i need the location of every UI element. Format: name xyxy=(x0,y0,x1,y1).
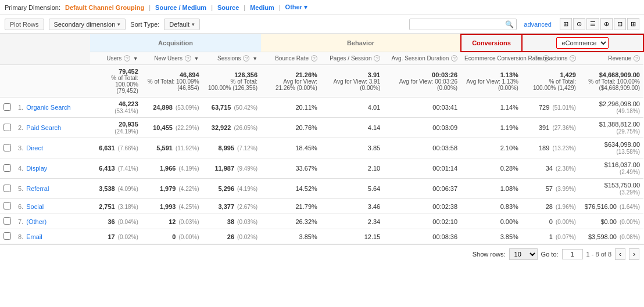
revenue-cell: $1,388,812.00 (29.75%) xyxy=(579,118,643,138)
totals-sessions: 126,356 % of Total: 100.00% (126,356) xyxy=(203,65,262,97)
multi-view-icon[interactable]: ⊞ xyxy=(627,18,639,30)
channel-link[interactable]: Direct xyxy=(26,145,43,151)
totals-label xyxy=(15,65,90,97)
row-checkbox-cell[interactable] xyxy=(0,97,15,118)
compare-view-icon[interactable]: ⊡ xyxy=(614,18,626,30)
ecommerce-rate-cell: 1.19% xyxy=(461,118,522,138)
row-checkbox-cell[interactable] xyxy=(0,158,15,179)
show-rows-select[interactable]: 102550100 xyxy=(509,248,538,260)
secondary-dimension-label: Secondary dimension xyxy=(54,21,116,28)
channel-link[interactable]: Display xyxy=(26,165,47,172)
sessions-cell: 5,296 (4.19%) xyxy=(203,179,262,199)
conversions-group-header[interactable]: Conversions xyxy=(461,34,522,52)
list-view-icon[interactable]: ☰ xyxy=(586,18,599,30)
channel-link[interactable]: Paid Search xyxy=(26,124,61,131)
row-checkbox[interactable] xyxy=(3,144,11,151)
row-checkbox[interactable] xyxy=(3,103,11,111)
totals-ecommerce-rate: 1.13% Avg for View: 1.13% (0.00%) xyxy=(461,65,522,97)
users-header: Users ? ▼ xyxy=(90,52,142,65)
bounce-rate-cell: 20.11% xyxy=(261,97,321,118)
channel-link[interactable]: Organic Search xyxy=(26,104,70,111)
channel-link[interactable]: Email xyxy=(26,233,42,240)
help-icon5: ? xyxy=(374,55,380,62)
sort-new-users-icon[interactable]: ▼ xyxy=(194,56,199,62)
sort-users-icon[interactable]: ▼ xyxy=(133,56,138,62)
help-icon9: ? xyxy=(634,55,640,62)
totals-checkbox-cell xyxy=(0,65,15,97)
pages-session-cell: 3.46 xyxy=(321,199,384,214)
new-users-cell: 12 (0.03%) xyxy=(142,214,203,229)
row-checkbox[interactable] xyxy=(3,217,11,225)
group-header-row: Acquisition Behavior Conversions eCommer… xyxy=(0,34,643,52)
advanced-link[interactable]: advanced xyxy=(524,21,552,28)
sort-default-dropdown[interactable]: Default ▾ xyxy=(164,19,200,30)
row-checkbox-cell[interactable] xyxy=(0,118,15,138)
chevron-down-icon: ▾ xyxy=(117,21,120,27)
bounce-rate-cell: 26.32% xyxy=(261,214,321,229)
bounce-rate-header: Bounce Rate ? xyxy=(261,52,321,65)
revenue-cell: $2,296,098.00 (49.18%) xyxy=(579,97,643,118)
row-number: 2. xyxy=(18,124,23,131)
new-users-cell: 1,966 (4.19%) xyxy=(142,158,203,179)
sessions-header: Sessions ? ▼ xyxy=(203,52,262,65)
row-checkbox[interactable] xyxy=(3,202,11,210)
help-icon8: ? xyxy=(570,55,576,62)
pages-session-cell: 4.01 xyxy=(321,97,384,118)
row-checkbox-cell[interactable] xyxy=(0,138,15,158)
source-medium-link[interactable]: Source / Medium xyxy=(155,4,206,11)
avg-session-header: Avg. Session Duration ? xyxy=(384,52,461,65)
search-icon[interactable]: 🔍 xyxy=(505,20,514,28)
goto-input[interactable] xyxy=(562,249,583,259)
users-cell: 6,413 (7.41%) xyxy=(90,158,142,179)
help-icon: ? xyxy=(124,55,130,62)
help-icon3: ? xyxy=(243,55,249,62)
transactions-cell: 391 (27.36%) xyxy=(522,118,579,138)
plus-view-icon[interactable]: ⊕ xyxy=(600,18,613,30)
channel-cell: 1. Organic Search xyxy=(15,97,90,118)
sort-sessions-icon[interactable]: ▼ xyxy=(252,56,257,62)
prev-page-button[interactable]: ‹ xyxy=(615,248,625,260)
bounce-rate-cell: 3.85% xyxy=(261,229,321,244)
avg-session-cell: 00:03:58 xyxy=(384,138,461,158)
row-number: 5. xyxy=(18,185,23,192)
row-checkbox[interactable] xyxy=(3,185,11,192)
row-checkbox[interactable] xyxy=(3,164,11,172)
grid-view-icon[interactable]: ⊞ xyxy=(560,18,572,30)
row-checkbox[interactable] xyxy=(3,124,11,131)
totals-avg-session: 00:03:26 Avg for View: 00:03:26 (0.00%) xyxy=(384,65,461,97)
acquisition-label: Acquisition xyxy=(158,39,193,46)
transactions-cell: 28 (1.96%) xyxy=(522,199,579,214)
medium-link[interactable]: Medium xyxy=(250,4,274,11)
row-checkbox[interactable] xyxy=(3,232,11,240)
sessions-cell: 38 (0.03%) xyxy=(203,214,262,229)
next-page-button[interactable]: › xyxy=(629,248,639,260)
row-checkbox-cell[interactable] xyxy=(0,199,15,214)
users-cell: 17 (0.02%) xyxy=(90,229,142,244)
table-row: 6. Social 2,751 (3.18%) 1,993 (4.25%) 3,… xyxy=(0,199,643,214)
totals-transactions: 1,429 % of Total: 100.00% (1,429) xyxy=(522,65,579,97)
plot-rows-button[interactable]: Plot Rows xyxy=(5,19,44,30)
other-link[interactable]: Other ▾ xyxy=(285,3,307,11)
row-checkbox-cell[interactable] xyxy=(0,214,15,229)
bounce-rate-cell: 20.76% xyxy=(261,118,321,138)
default-channel-link[interactable]: Default Channel Grouping xyxy=(65,4,144,11)
pie-view-icon[interactable]: ⊙ xyxy=(573,18,585,30)
channel-link[interactable]: Social xyxy=(26,203,44,210)
totals-users: 79,452 % of Total: 100.00% (79,452) xyxy=(90,65,142,97)
search-input[interactable] xyxy=(412,21,505,28)
row-checkbox-cell[interactable] xyxy=(0,229,15,244)
pages-session-cell: 5.64 xyxy=(321,179,384,199)
channel-link[interactable]: Referral xyxy=(26,185,49,192)
new-users-cell: 10,455 (22.29%) xyxy=(142,118,203,138)
row-checkbox-cell[interactable] xyxy=(0,179,15,199)
channel-cell: 8. Email xyxy=(15,229,90,244)
avg-session-cell: 00:02:10 xyxy=(384,214,461,229)
ecommerce-rate-cell: 0.28% xyxy=(461,158,522,179)
behavior-label: Behavior xyxy=(347,39,374,46)
transactions-cell: 1 (0.07%) xyxy=(522,229,579,244)
channel-link[interactable]: (Other) xyxy=(26,218,46,225)
table-row: 1. Organic Search 46,223 (53.41%) 24,898… xyxy=(0,97,643,118)
ecommerce-dropdown[interactable]: eCommerce xyxy=(556,37,609,49)
source-link[interactable]: Source xyxy=(217,4,239,11)
secondary-dimension-dropdown[interactable]: Secondary dimension ▾ xyxy=(49,19,126,30)
